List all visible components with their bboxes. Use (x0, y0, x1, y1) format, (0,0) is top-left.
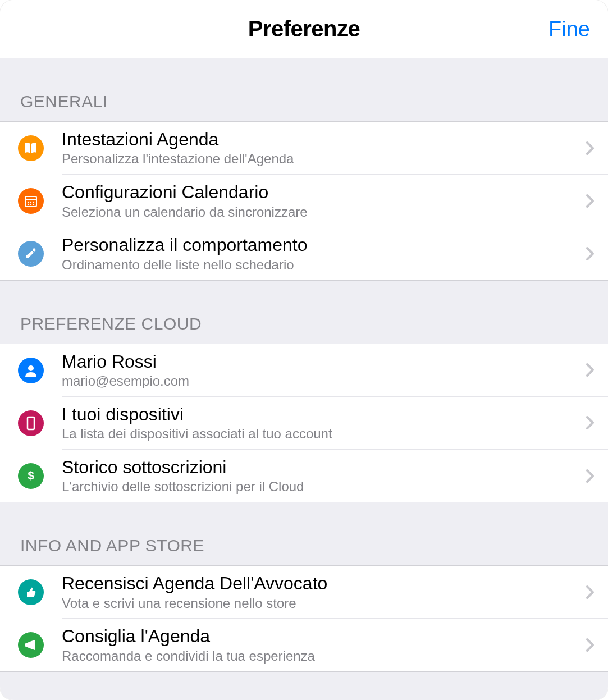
row-title: Storico sottoscrizioni (62, 456, 579, 478)
row-subtitle: La lista dei dispositivi associati al tu… (62, 426, 579, 442)
row-subtitle: L'archivio delle sottoscrizioni per il C… (62, 479, 579, 495)
svg-point-2 (28, 202, 29, 203)
row-title: Intestazioni Agenda (62, 129, 579, 150)
svg-point-5 (28, 204, 29, 205)
svg-point-6 (30, 204, 31, 205)
row-devices[interactable]: I tuoi dispositivi La lista dei disposit… (0, 397, 608, 450)
row-title: Personalizza il comportamento (62, 234, 579, 255)
preferences-modal: Preferenze Fine Generali Intestazioni Ag… (0, 0, 608, 700)
row-title: Mario Rossi (62, 351, 579, 372)
device-icon (18, 410, 44, 436)
chevron-right-icon (586, 585, 595, 600)
row-subtitle: Seleziona un calendario da sincronizzare (62, 204, 579, 221)
dollar-icon: $ (18, 463, 44, 489)
svg-point-4 (33, 202, 34, 203)
megaphone-icon (18, 632, 44, 658)
content-scroll[interactable]: Generali Intestazioni Agenda Personalizz… (0, 58, 608, 700)
section-header-info: Info and App Store (0, 502, 608, 565)
section-header-cloud: Preferenze Cloud (0, 281, 608, 344)
chevron-right-icon (586, 363, 595, 377)
row-subtitle: Ordinamento delle liste nello schedario (62, 257, 579, 273)
row-agenda-headers[interactable]: Intestazioni Agenda Personalizza l'intes… (0, 122, 608, 175)
section-cloud: Mario Rossi mario@esempio.com I t (0, 344, 608, 503)
calendar-icon (18, 188, 44, 214)
chevron-right-icon (586, 194, 595, 208)
svg-text:$: $ (28, 469, 34, 482)
row-recommend-app[interactable]: Consiglia l'Agenda Raccomanda e condivid… (0, 619, 608, 671)
row-subtitle: Vota e scrivi una recensione nello store (62, 596, 579, 612)
chevron-right-icon (586, 415, 595, 430)
row-title: Configurazioni Calendario (62, 181, 579, 203)
chevron-right-icon (586, 141, 595, 155)
chevron-right-icon (586, 246, 595, 261)
row-account[interactable]: Mario Rossi mario@esempio.com (0, 344, 608, 397)
row-title: Recensisci Agenda Dell'Avvocato (62, 573, 579, 594)
section-generali: Intestazioni Agenda Personalizza l'intes… (0, 121, 608, 281)
row-title: I tuoi dispositivi (62, 404, 579, 425)
svg-point-7 (33, 204, 34, 205)
svg-rect-9 (28, 417, 34, 429)
row-review-app[interactable]: Recensisci Agenda Dell'Avvocato Vota e s… (0, 566, 608, 619)
row-subscription-history[interactable]: $ Storico sottoscrizioni L'archivio dell… (0, 450, 608, 502)
row-subtitle: Raccomanda e condividi la tua esperienza (62, 648, 579, 665)
row-calendar-config[interactable]: Configurazioni Calendario Seleziona un c… (0, 175, 608, 227)
thumbs-up-icon (18, 579, 44, 605)
row-subtitle: Personalizza l'intestazione dell'Agenda (62, 151, 579, 167)
chevron-right-icon (586, 638, 595, 652)
svg-point-3 (30, 202, 31, 203)
row-subtitle: mario@esempio.com (62, 373, 579, 390)
header: Preferenze Fine (0, 0, 608, 58)
book-icon (18, 135, 44, 161)
section-info: Recensisci Agenda Dell'Avvocato Vota e s… (0, 565, 608, 671)
wrench-icon (18, 241, 44, 267)
done-button[interactable]: Fine (548, 17, 590, 41)
user-icon (18, 358, 44, 383)
row-title: Consiglia l'Agenda (62, 625, 579, 647)
page-title: Preferenze (248, 16, 360, 42)
section-header-generali: Generali (0, 58, 608, 121)
svg-point-8 (28, 365, 34, 371)
row-customize-behavior[interactable]: Personalizza il comportamento Ordinament… (0, 227, 608, 280)
chevron-right-icon (586, 469, 595, 483)
